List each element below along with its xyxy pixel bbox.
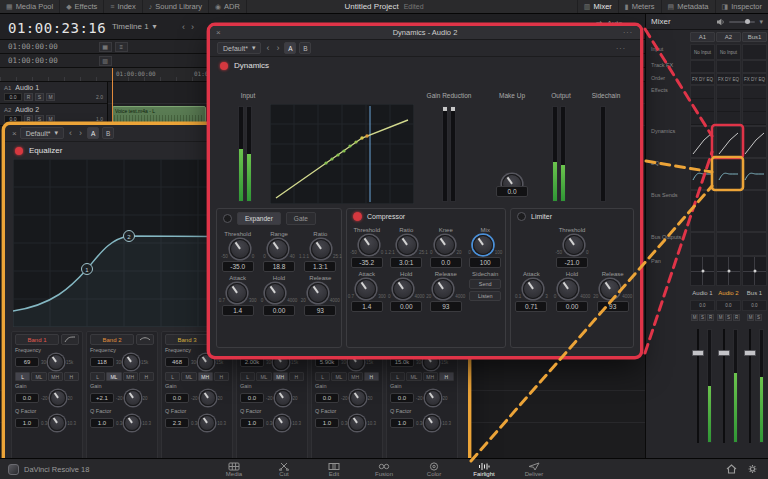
band-5-gain-knob[interactable] (350, 390, 366, 406)
timeline-nav-arrows[interactable]: ‹› (182, 22, 200, 32)
bus-outputs-cell-a2[interactable] (716, 232, 741, 256)
band-5-q-knob[interactable] (349, 415, 365, 431)
fader-handle[interactable] (692, 350, 704, 356)
input-cell-bus1[interactable] (742, 44, 767, 60)
track-view-icon[interactable]: ▦ (99, 42, 112, 52)
pan-cell-a2[interactable] (716, 256, 741, 286)
gate-tab[interactable]: Gate (286, 212, 316, 225)
limiter-hold-value[interactable]: 0.00 (556, 301, 588, 312)
eq-enable-dot[interactable] (15, 147, 23, 155)
order-cell-bus1[interactable]: FX DY EQ (742, 73, 767, 85)
fader-handle[interactable] (744, 350, 756, 356)
band-4-gain-knob[interactable] (275, 390, 291, 406)
expander-range-knob[interactable] (268, 239, 288, 259)
compressor-attack-knob[interactable] (356, 279, 376, 299)
band-6-gain-value[interactable]: 0.0 (390, 393, 414, 403)
dynamics-a-button[interactable]: A (284, 42, 296, 54)
band-3-button[interactable]: Band 3 (165, 334, 209, 345)
compressor-mix-value[interactable]: 100 (469, 257, 501, 268)
expander-attack-value[interactable]: 1.4 (222, 305, 254, 316)
snap-icon[interactable]: ▥ (99, 56, 112, 66)
dynamics-window-titlebar[interactable]: × Dynamics - Audio 2 ··· (210, 26, 640, 40)
compressor-ratio-value[interactable]: 3.0:1 (390, 257, 422, 268)
band-3-gain-knob[interactable] (200, 390, 216, 406)
limiter-release-knob[interactable] (600, 279, 620, 299)
type-ml-button[interactable]: ML (406, 372, 421, 381)
fader-handle[interactable] (718, 350, 730, 356)
band-6-q-knob[interactable] (424, 415, 440, 431)
compressor-release-knob[interactable] (433, 279, 453, 299)
track-gain[interactable]: 0.0 (4, 93, 22, 101)
band-2-q-knob[interactable] (124, 415, 140, 431)
type-l-button[interactable]: L (15, 372, 30, 381)
expander-ratio-value[interactable]: 1.3:1 (304, 261, 336, 272)
chevron-down-icon[interactable]: ▾ (759, 18, 763, 26)
band-2-shape-icon[interactable] (136, 334, 154, 345)
band-4-q-knob[interactable] (274, 415, 290, 431)
band-6-frequency-knob[interactable] (423, 354, 439, 370)
band-6-q-value[interactable]: 1.0 (390, 418, 414, 428)
bus-sends-cell-a2[interactable] (716, 190, 741, 232)
input-cell-a1[interactable]: No Input (690, 44, 715, 60)
bus-sends-cell-bus1[interactable] (742, 190, 767, 232)
effects-cell-a1[interactable] (690, 85, 715, 126)
arm-button[interactable]: R (733, 314, 740, 321)
type-l-button[interactable]: L (315, 372, 330, 381)
timecode-field-1[interactable]: 01:00:00:00 (8, 42, 58, 51)
band-5-gain-value[interactable]: 0.0 (315, 393, 339, 403)
eq-cell-a2[interactable] (716, 158, 741, 190)
pan-cell-bus1[interactable] (742, 256, 767, 286)
page-tab-fairlight[interactable]: Fairlight (466, 462, 502, 477)
band-2-gain-value[interactable]: +2.1 (90, 393, 114, 403)
page-tab-edit[interactable]: Edit (316, 462, 352, 477)
mixer-toggle[interactable]: ▥Mixer (577, 0, 618, 13)
solo-button[interactable]: S (35, 115, 44, 123)
type-ml-button[interactable]: ML (181, 372, 196, 381)
mute-button[interactable]: M (691, 314, 698, 321)
compressor-power-button[interactable] (353, 212, 362, 221)
compressor-attack-value[interactable]: 1.4 (351, 301, 383, 312)
expander-release-knob[interactable] (308, 283, 328, 303)
compressor-hold-value[interactable]: 0.00 (390, 301, 422, 312)
band-6-gain-knob[interactable] (425, 390, 441, 406)
type-l-button[interactable]: L (90, 372, 105, 381)
limiter-threshold-value[interactable]: -21.0 (556, 257, 588, 268)
bus-sends-cell-a1[interactable] (690, 190, 715, 232)
playhead[interactable] (112, 68, 113, 126)
input-cell-a2[interactable]: No Input (716, 44, 741, 60)
dynamics-b-button[interactable]: B (299, 42, 311, 54)
expander-range-value[interactable]: 18.8 (263, 261, 295, 272)
dynamics-cell-a2[interactable] (716, 126, 741, 158)
dynamics-cell-a1[interactable] (690, 126, 715, 158)
limiter-power-button[interactable] (517, 212, 526, 221)
compressor-threshold-value[interactable]: -35.2 (351, 257, 383, 268)
type-mh-button[interactable]: MH (423, 372, 438, 381)
type-ml-button[interactable]: ML (331, 372, 346, 381)
solo-button[interactable]: S (699, 314, 706, 321)
sound-library-toggle[interactable]: ♪Sound Library (143, 0, 209, 13)
band-1-frequency-value[interactable]: 69 (15, 357, 39, 367)
page-tab-fusion[interactable]: Fusion (366, 462, 402, 477)
compressor-knee-value[interactable]: 0.0 (430, 257, 462, 268)
limiter-attack-knob[interactable] (523, 279, 543, 299)
limiter-attack-value[interactable]: 0.71 (515, 301, 547, 312)
type-mh-button[interactable]: MH (198, 372, 213, 381)
band-6-frequency-value[interactable]: 15.0k (390, 357, 414, 367)
dynamics-enable-dot[interactable] (220, 62, 228, 70)
audio-clip[interactable]: Voice test.m4a - L (112, 106, 206, 123)
expander-attack-knob[interactable] (227, 283, 247, 303)
arm-button[interactable]: R (24, 115, 33, 123)
timeline-selector[interactable]: Timeline 1▾ (112, 22, 157, 31)
type-l-button[interactable]: L (165, 372, 180, 381)
compressor-mix-knob[interactable] (473, 235, 493, 255)
type-mh-button[interactable]: MH (123, 372, 138, 381)
fader-value-bus1[interactable]: 0.0 (742, 300, 767, 311)
timecode-field-2[interactable]: 01:00:00:00 (8, 56, 58, 65)
track-header-a1[interactable]: A1Audio 1 0.0 R S M 2.0 (0, 82, 108, 104)
band-1-button[interactable]: Band 1 (15, 334, 59, 345)
dynamics-cell-bus1[interactable] (742, 126, 767, 158)
type-mh-button[interactable]: MH (48, 372, 63, 381)
fader-value-a2[interactable]: 0.0 (716, 300, 741, 311)
close-icon[interactable]: × (216, 28, 221, 37)
page-tab-color[interactable]: Color (416, 462, 452, 477)
